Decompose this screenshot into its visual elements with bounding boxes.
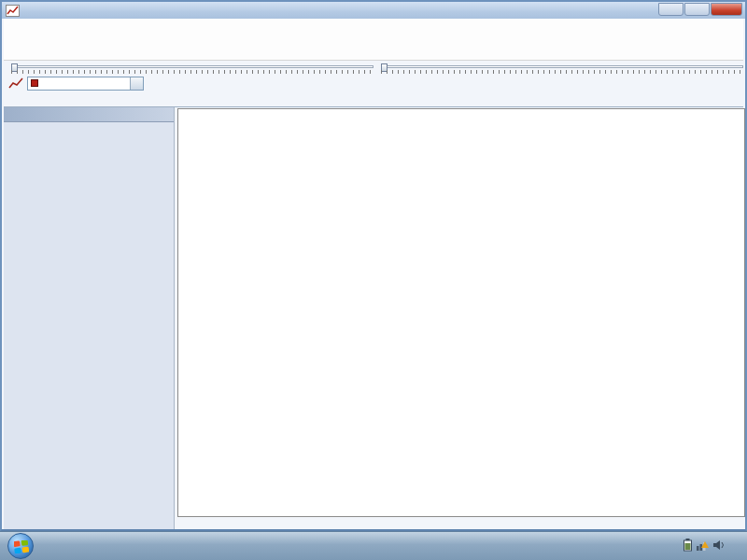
- network-alert-icon[interactable]: [697, 539, 709, 553]
- log-color-swatch: [31, 79, 38, 87]
- app-icon: [6, 5, 20, 17]
- start-button[interactable]: [7, 533, 34, 559]
- taskbar: [0, 531, 747, 560]
- view-tabs: [4, 91, 743, 107]
- parameters-panel: [4, 107, 175, 529]
- 2d-graph-panel[interactable]: [177, 108, 745, 517]
- maximize-button[interactable]: [684, 3, 710, 16]
- end-slider-ticks: [381, 70, 743, 74]
- channel-selection-area: [4, 19, 743, 61]
- volume-icon[interactable]: [713, 539, 726, 553]
- desktop: [0, 0, 747, 560]
- titlebar[interactable]: [2, 2, 745, 19]
- log-select-combo[interactable]: [27, 77, 144, 91]
- battery-icon[interactable]: [684, 539, 692, 553]
- toolbar: [4, 75, 743, 91]
- start-slider-track[interactable]: [11, 65, 374, 68]
- start-slider[interactable]: [11, 63, 374, 73]
- combo-dropdown-arrow[interactable]: [130, 77, 143, 90]
- logger-chart-icon: [7, 77, 24, 91]
- minimize-button[interactable]: [658, 3, 684, 16]
- panel-header: [4, 107, 174, 122]
- end-slider[interactable]: [381, 63, 743, 73]
- 2d-graph-canvas[interactable]: [178, 109, 744, 516]
- range-bar: [4, 61, 743, 75]
- end-slider-track[interactable]: [381, 65, 743, 68]
- log-viewer-window: [0, 0, 747, 531]
- system-tray: [674, 539, 747, 553]
- start-slider-ticks: [11, 70, 374, 74]
- main-area: [4, 107, 743, 529]
- close-button[interactable]: [711, 3, 742, 16]
